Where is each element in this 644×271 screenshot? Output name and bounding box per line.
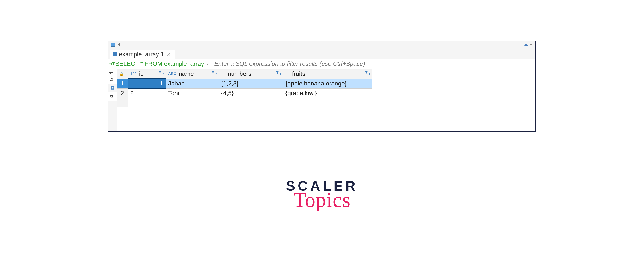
tab-title: example_array 1 xyxy=(119,51,164,58)
column-label: name xyxy=(179,70,194,77)
cell-fruits[interactable]: {apple,banana,orange} xyxy=(283,79,372,88)
column-label: fruits xyxy=(292,70,305,77)
back-icon[interactable] xyxy=(118,43,120,47)
cell-id[interactable]: 2 xyxy=(128,88,166,98)
type-array-icon xyxy=(286,72,290,75)
sort-icon[interactable] xyxy=(162,72,164,76)
toolbar xyxy=(108,41,535,48)
type-array-icon xyxy=(221,72,225,75)
scaler-topics-logo: SCALER Topics xyxy=(286,178,358,212)
filter-icon[interactable] xyxy=(159,72,161,74)
filter-icon[interactable] xyxy=(212,72,214,74)
column-label: numbers xyxy=(228,70,252,77)
panel-icon xyxy=(111,43,115,47)
type-number-icon: 123 xyxy=(130,72,136,76)
tab-example-array[interactable]: example_array 1 ✕ xyxy=(110,50,175,59)
row-number xyxy=(117,98,128,107)
result-view-tabs: Grid ▦ xt xyxy=(108,69,117,131)
row-number: 1 xyxy=(117,79,128,88)
close-icon[interactable]: ✕ xyxy=(166,51,172,57)
sort-icon[interactable] xyxy=(368,72,370,76)
column-label: id xyxy=(139,70,144,77)
view-tab-grid[interactable]: Grid xyxy=(108,69,116,84)
type-text-icon: ABC xyxy=(168,72,176,76)
cell-name[interactable]: Jahan xyxy=(166,79,219,88)
cell-numbers[interactable]: {1,2,3} xyxy=(219,79,283,88)
sql-filter-input[interactable] xyxy=(213,60,535,67)
sql-filter-bar: ⇢T SELECT * FROM example_array ⤢ xyxy=(108,59,535,69)
collapse-up-icon[interactable] xyxy=(524,44,528,46)
filter-icon[interactable] xyxy=(276,72,279,74)
cell-fruits[interactable]: {grape,kiwi} xyxy=(283,88,372,98)
table-row[interactable]: 1 1 Jahan {1,2,3} {apple,banana,orange} xyxy=(117,79,372,88)
column-header-name[interactable]: ABC name xyxy=(166,69,219,79)
expand-icon[interactable]: ⤢ xyxy=(205,62,212,66)
grid-icon: ▦ xyxy=(110,84,114,92)
cell-name[interactable]: Toni xyxy=(166,88,219,98)
sql-query-text: SELECT * FROM example_array xyxy=(115,60,204,67)
sort-icon[interactable] xyxy=(280,72,282,76)
view-tab-text[interactable]: xt xyxy=(108,92,116,101)
column-header-numbers[interactable]: numbers xyxy=(219,69,283,79)
column-header-id[interactable]: 123 id xyxy=(128,69,166,79)
collapse-down-icon[interactable] xyxy=(529,44,533,46)
logo-line2: Topics xyxy=(286,188,358,212)
column-header-fruits[interactable]: fruits xyxy=(283,69,372,79)
db-result-panel: example_array 1 ✕ ⇢T SELECT * FROM examp… xyxy=(108,41,536,132)
result-grid: 🔒 123 id ABC name xyxy=(117,69,535,131)
cell-id[interactable]: 1 xyxy=(128,79,166,88)
result-tabs: example_array 1 ✕ xyxy=(108,48,535,59)
row-number: 2 xyxy=(117,88,128,98)
table-row-empty xyxy=(117,98,372,107)
cell-numbers[interactable]: {4,5} xyxy=(219,88,283,98)
lock-header: 🔒 xyxy=(117,69,128,79)
table-row[interactable]: 2 2 Toni {4,5} {grape,kiwi} xyxy=(117,88,372,98)
filter-icon[interactable] xyxy=(365,72,368,74)
sql-run-icon[interactable]: ⇢T xyxy=(108,61,115,66)
table-icon xyxy=(113,52,117,56)
sort-icon[interactable] xyxy=(215,72,217,76)
